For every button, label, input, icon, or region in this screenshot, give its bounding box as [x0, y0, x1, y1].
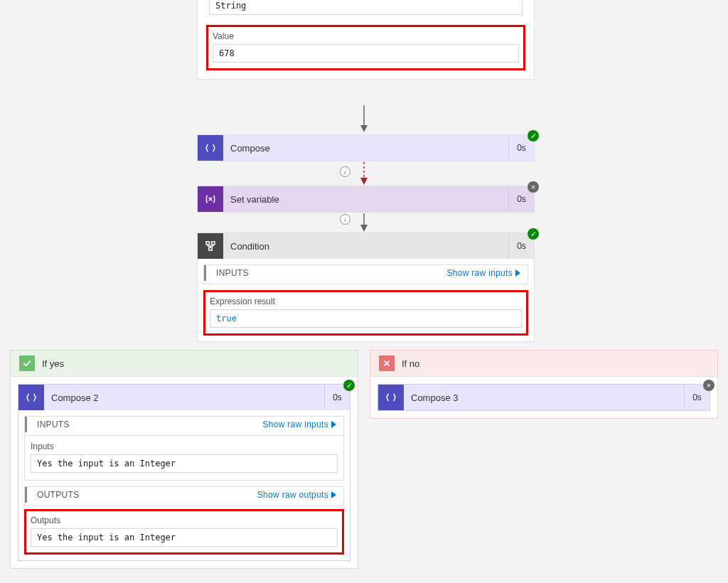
inputs-header: INPUTS [216, 268, 249, 278]
expression-result-highlight: Expression result true [203, 290, 528, 336]
initialize-variable-card[interactable]: Type String Value 678 [197, 0, 535, 80]
value-value: 678 [213, 44, 519, 63]
success-icon: ✓ [528, 228, 539, 240]
compose-2-step[interactable]: Compose 2 0s ✓ INPUTS Show raw inputs [18, 384, 350, 561]
svg-marker-5 [360, 225, 368, 232]
show-raw-inputs-link[interactable]: Show raw inputs [262, 419, 336, 429]
condition-label: Condition [223, 233, 508, 259]
svg-marker-1 [360, 125, 368, 132]
compose-label: Compose [223, 135, 508, 161]
arrow-connector [357, 105, 371, 134]
if-yes-branch[interactable]: If yes Compose 2 0s ✓ INPUTS [10, 350, 358, 569]
skipped-icon: × [528, 181, 539, 193]
inputs-label: Inputs [31, 442, 338, 451]
condition-inputs-section: INPUTS Show raw inputs [203, 264, 528, 284]
arrow-connector-dashed [357, 161, 371, 186]
compose-icon [378, 385, 404, 410]
outputs-label: Outputs [31, 515, 338, 525]
compose-3-label: Compose 3 [404, 385, 684, 410]
inputs-header: INPUTS [37, 419, 70, 429]
compose-3-step[interactable]: Compose 3 0s × [378, 384, 710, 411]
outputs-value: Yes the input is an Integer [31, 528, 338, 547]
outputs-header: OUTPUTS [37, 490, 79, 500]
success-icon: ✓ [343, 380, 355, 391]
value-highlight: Value 678 [206, 25, 525, 70]
compose-step[interactable]: Compose 0s ✓ [197, 134, 535, 161]
type-field-block: Type String [198, 0, 534, 22]
outputs-highlight: Outputs Yes the input is an Integer [24, 509, 344, 555]
check-icon [19, 355, 35, 371]
value-label: Value [213, 31, 519, 41]
svg-rect-7 [212, 242, 215, 245]
chevron-right-icon [331, 421, 336, 428]
compose-icon [18, 385, 44, 410]
svg-marker-3 [360, 178, 368, 185]
if-no-branch[interactable]: If no Compose 3 0s × [370, 350, 718, 419]
compose-2-outputs-header-section: OUTPUTS Show raw outputs [24, 486, 344, 506]
info-icon[interactable]: i [340, 166, 350, 177]
expression-result-value: true [210, 309, 522, 328]
compose-2-inputs-header-section: INPUTS Show raw inputs [24, 416, 344, 436]
show-raw-inputs-link[interactable]: Show raw inputs [446, 268, 520, 278]
compose-2-label: Compose 2 [44, 385, 324, 410]
skipped-icon: × [703, 380, 714, 391]
inputs-value: Yes the input is an Integer [31, 454, 338, 473]
condition-step[interactable]: Condition 0s ✓ INPUTS Show raw inputs Ex… [197, 232, 535, 342]
variable-icon [198, 186, 223, 212]
svg-rect-6 [206, 242, 210, 245]
expression-result-label: Expression result [210, 296, 522, 306]
set-variable-label: Set variable [223, 186, 508, 212]
close-icon [379, 355, 395, 371]
compose-icon [198, 135, 223, 161]
chevron-right-icon [331, 491, 336, 498]
svg-rect-8 [209, 247, 213, 250]
if-no-title: If no [402, 358, 419, 369]
set-variable-step[interactable]: Set variable 0s × [197, 186, 535, 213]
chevron-right-icon [515, 269, 520, 277]
arrow-connector [357, 212, 371, 233]
condition-icon [198, 233, 223, 259]
success-icon: ✓ [528, 130, 539, 141]
type-value: String [209, 0, 523, 15]
info-icon[interactable]: i [340, 214, 350, 225]
show-raw-outputs-link[interactable]: Show raw outputs [257, 490, 336, 500]
if-yes-title: If yes [42, 358, 64, 369]
